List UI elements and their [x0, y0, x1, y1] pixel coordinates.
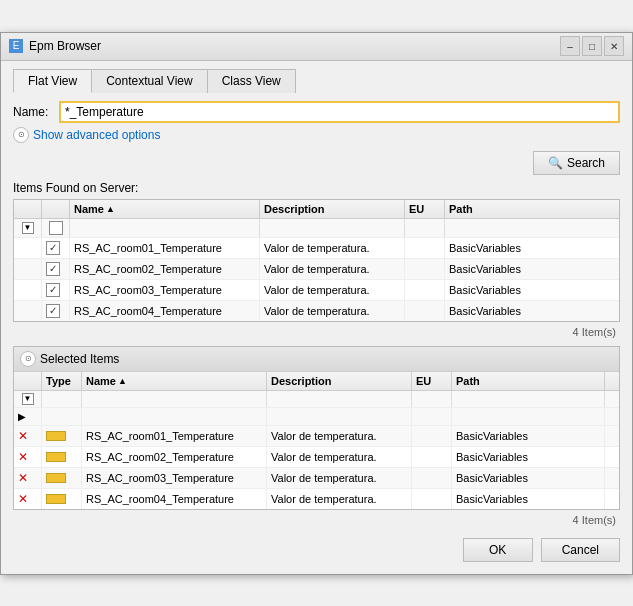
sel-row-eu [412, 489, 452, 509]
sel-path-filter [452, 391, 605, 407]
row-description: Valor de temperatura. [260, 301, 405, 321]
delete-icon[interactable]: ✕ [18, 450, 28, 464]
filter-row: ▼ [14, 219, 619, 238]
row-checkbox[interactable] [46, 283, 60, 297]
tag-icon [46, 452, 66, 462]
items-found-header: Name ▲ Description EU Path [14, 200, 619, 219]
row-path: BasicVariables [445, 301, 619, 321]
eu-filter-cell [405, 219, 445, 237]
maximize-button[interactable]: □ [582, 36, 602, 56]
table-row: RS_AC_room01_Temperature Valor de temper… [14, 238, 619, 259]
row-eu [405, 259, 445, 279]
name-cell [82, 408, 267, 425]
search-row: 🔍 Search [13, 151, 620, 175]
path-filter-cell [445, 219, 619, 237]
sel-row-name: RS_AC_room01_Temperature [82, 426, 267, 446]
scroll-cell [605, 408, 619, 425]
sel-col-scroll [605, 372, 619, 390]
tab-contextual-view[interactable]: Contextual View [92, 69, 208, 93]
sel-col-name[interactable]: Name ▲ [82, 372, 267, 390]
row-description: Valor de temperatura. [260, 280, 405, 300]
main-content: Flat View Contextual View Class View Nam… [1, 61, 632, 574]
row-eu [405, 238, 445, 258]
sel-filter-icon[interactable]: ▼ [22, 393, 34, 405]
sel-scroll-cell [605, 468, 619, 488]
selected-items-count: 4 Item(s) [13, 514, 620, 526]
view-tabs: Flat View Contextual View Class View [13, 69, 620, 93]
sort-asc-icon: ▲ [106, 204, 115, 214]
app-icon: E [9, 39, 23, 53]
tag-icon [46, 494, 66, 504]
advanced-options-row[interactable]: ⊙ Show advanced options [13, 127, 620, 143]
sel-scroll-cell [605, 489, 619, 509]
select-all-checkbox[interactable] [49, 221, 63, 235]
col-name[interactable]: Name ▲ [70, 200, 260, 218]
tab-flat-view[interactable]: Flat View [13, 69, 92, 93]
row-name: RS_AC_room04_Temperature [70, 301, 260, 321]
items-found-label: Items Found on Server: [13, 181, 620, 195]
delete-icon[interactable]: ✕ [18, 492, 28, 506]
row-nav [14, 259, 42, 279]
tab-class-view[interactable]: Class View [208, 69, 296, 93]
delete-icon[interactable]: ✕ [18, 429, 28, 443]
window-title: Epm Browser [29, 39, 101, 53]
row-eu [405, 301, 445, 321]
name-filter-cell [70, 219, 260, 237]
row-checkbox[interactable] [46, 304, 60, 318]
row-checkbox-cell [42, 301, 70, 321]
expand-arrow-cell: ▶ [14, 408, 42, 425]
sel-scroll-filter [605, 391, 619, 407]
row-name: RS_AC_room01_Temperature [70, 238, 260, 258]
sel-row-name: RS_AC_room02_Temperature [82, 447, 267, 467]
sel-row-name: RS_AC_room03_Temperature [82, 468, 267, 488]
items-found-table: Name ▲ Description EU Path ▼ [13, 199, 620, 322]
sel-scroll-cell [605, 447, 619, 467]
delete-icon[interactable]: ✕ [18, 471, 28, 485]
title-buttons: – □ ✕ [560, 36, 624, 56]
sel-row-path: BasicVariables [452, 447, 605, 467]
chevron-down-icon: ⊙ [13, 127, 29, 143]
col-path: Path [445, 200, 619, 218]
sel-row-desc: Valor de temperatura. [267, 468, 412, 488]
row-checkbox[interactable] [46, 241, 60, 255]
row-nav [14, 301, 42, 321]
row-checkbox[interactable] [46, 262, 60, 276]
table-row: RS_AC_room03_Temperature Valor de temper… [14, 280, 619, 301]
minimize-button[interactable]: – [560, 36, 580, 56]
del-cell: ✕ [14, 489, 42, 509]
epm-browser-window: E Epm Browser – □ ✕ Flat View Contextual… [0, 32, 633, 575]
cancel-button[interactable]: Cancel [541, 538, 620, 562]
ok-button[interactable]: OK [463, 538, 533, 562]
table-row: RS_AC_room02_Temperature Valor de temper… [14, 259, 619, 280]
sel-desc-filter [267, 391, 412, 407]
advanced-options-link[interactable]: Show advanced options [33, 128, 160, 142]
row-nav [14, 280, 42, 300]
sel-eu-filter [412, 391, 452, 407]
filter-icon[interactable]: ▼ [22, 222, 34, 234]
del-cell: ✕ [14, 468, 42, 488]
type-cell [42, 426, 82, 446]
sel-row-path: BasicVariables [452, 426, 605, 446]
title-bar-left: E Epm Browser [9, 39, 101, 53]
col-eu: EU [405, 200, 445, 218]
close-button[interactable]: ✕ [604, 36, 624, 56]
row-checkbox-cell [42, 280, 70, 300]
items-found-count: 4 Item(s) [13, 326, 620, 338]
row-nav [14, 238, 42, 258]
sel-scroll-cell [605, 426, 619, 446]
selected-items-title: Selected Items [40, 352, 119, 366]
row-path: BasicVariables [445, 259, 619, 279]
type-cell [42, 447, 82, 467]
table-row: RS_AC_room04_Temperature Valor de temper… [14, 301, 619, 321]
selected-item-row: ✕ RS_AC_room02_Temperature Valor de temp… [14, 447, 619, 468]
expand-row: ▶ [14, 408, 619, 426]
sort-asc-icon: ▲ [118, 376, 127, 386]
row-eu [405, 280, 445, 300]
search-button[interactable]: 🔍 Search [533, 151, 620, 175]
row-name: RS_AC_room03_Temperature [70, 280, 260, 300]
sel-name-filter [82, 391, 267, 407]
name-input[interactable] [59, 101, 620, 123]
tag-icon [46, 431, 66, 441]
selected-items-header[interactable]: ⊙ Selected Items [14, 347, 619, 372]
selected-filter-row: ▼ [14, 391, 619, 408]
